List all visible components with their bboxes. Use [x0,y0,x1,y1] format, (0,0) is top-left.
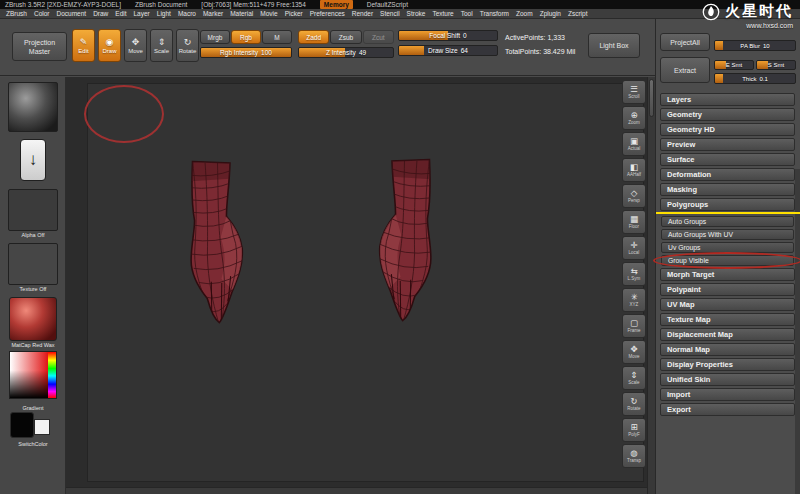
light-box-button[interactable]: Light Box [588,33,640,58]
stroke-thumbnail[interactable]: ↓ [20,139,46,181]
tool-section-button[interactable]: Export [660,403,795,416]
shelf-icon-button[interactable]: ◍ Transp [622,444,646,468]
menu-item[interactable]: Stroke [407,10,426,17]
tool-section-button[interactable]: Surface [660,153,795,166]
tool-section-button[interactable]: Auto Groups With UV [661,229,794,240]
menu-item[interactable]: Zscript [568,10,588,17]
menu-item[interactable]: Marker [203,10,223,17]
extract-button[interactable]: Extract [660,57,710,83]
sculpt-mode-button[interactable]: Zsub [330,30,361,44]
tool-section-button[interactable]: Group Visible [661,255,794,266]
menu-item[interactable]: Zoom [516,10,533,17]
z-intensity-slider[interactable]: Z Intensity 49 [298,47,394,58]
panel-scrollbar[interactable] [795,169,800,494]
menu-item[interactable]: Layer [134,10,150,17]
tool-section-button[interactable]: Auto Groups [661,216,794,227]
s-smt-slider[interactable]: S Smt [756,60,796,70]
tool-section-button[interactable]: Geometry HD [660,123,795,136]
tool-section-button[interactable]: Geometry [660,108,795,121]
tool-section-button[interactable]: Unified Skin [660,373,795,386]
mode-button[interactable]: ⇕ Scale [150,29,173,62]
shelf-icon-button[interactable]: ⊞ PolyF [622,418,646,442]
main-color-swatch[interactable] [10,412,34,438]
tool-section-button[interactable]: Normal Map [660,343,795,356]
saturation-value-square[interactable] [10,352,48,398]
shelf-icon-button[interactable]: ✥ Move [622,340,646,364]
shelf-icon-button[interactable]: ▢ Frame [622,314,646,338]
shelf-icon-button[interactable]: ⊕ Zoom [622,106,646,130]
tool-section-button[interactable]: Preview [660,138,795,151]
alpha-thumbnail[interactable] [8,189,58,231]
sculpt-mode-button[interactable]: Zadd [298,30,329,44]
tool-section-button[interactable]: Morph Target [660,268,795,281]
hue-strip[interactable] [48,352,56,398]
mode-button[interactable]: ✎ Edit [72,29,95,62]
switch-color-label[interactable]: SwitchColor [18,441,47,447]
secondary-color-swatch[interactable] [34,419,50,435]
mode-button[interactable]: ✥ Move [124,29,147,62]
mode-button[interactable]: ◉ Draw [98,29,121,62]
scrollbar-handle[interactable] [649,79,654,117]
menu-item[interactable]: ZBrush [6,10,27,17]
tool-section-button[interactable]: Display Properties [660,358,795,371]
menu-item[interactable]: Document [57,10,87,17]
menu-item[interactable]: Transform [480,10,509,17]
paint-mode-button[interactable]: Mrgb [200,30,230,44]
shelf-icon-button[interactable]: ◇ Persp [622,184,646,208]
tool-section-button[interactable]: Polygroups [660,198,795,211]
rgb-intensity-slider[interactable]: Rgb Intensity 100 [200,47,292,58]
menu-item[interactable]: Edit [115,10,126,17]
e-smt-slider[interactable]: E Smt [714,60,754,70]
color-picker[interactable] [9,351,57,399]
shelf-icon-button[interactable]: ↻ Rotate [622,392,646,416]
menu-item[interactable]: Preferences [310,10,345,17]
sculpt-mode-button[interactable]: Zcut [363,30,394,44]
shelf-icon-button[interactable]: ✛ Local [622,236,646,260]
left-tray: ↓ Alpha Off Texture Off MatCap Red Wax G… [0,77,66,494]
horizontal-scrollbar[interactable] [66,487,648,494]
document-canvas[interactable] [66,77,648,494]
shelf-icon-button[interactable]: ✳ XYZ [622,288,646,312]
paint-mode-button[interactable]: Rgb [231,30,261,44]
menu-item[interactable]: Render [352,10,373,17]
menu-item[interactable]: Picker [285,10,303,17]
tool-section-button[interactable]: Layers [660,93,795,106]
shelf-icon-button[interactable]: ⇕ Scale [622,366,646,390]
menu-item[interactable]: Stencil [380,10,400,17]
tool-section-button[interactable]: Texture Map [660,313,795,326]
shelf-icon-button[interactable]: ▣ Actual [622,132,646,156]
menu-item[interactable]: Draw [93,10,108,17]
menu-item[interactable]: Color [34,10,50,17]
focal-shift-slider[interactable]: Focal Shift 0 [398,30,498,41]
paint-mode-button[interactable]: M [262,30,292,44]
tool-section-button[interactable]: Deformation [660,168,795,181]
current-tool-thumbnail[interactable] [8,82,58,132]
menu-item[interactable]: Texture [432,10,453,17]
texture-thumbnail[interactable] [8,243,58,285]
menu-item[interactable]: Macro [178,10,196,17]
menu-item[interactable]: Movie [260,10,277,17]
menu-item[interactable]: Material [230,10,253,17]
shelf-icon-button[interactable]: ▦ Floor [622,210,646,234]
menu-item[interactable]: Light [157,10,171,17]
memory-badge[interactable]: Memory [320,0,353,9]
menu-item[interactable]: Zplugin [540,10,561,17]
tool-section-button[interactable]: Displacement Map [660,328,795,341]
tool-section-button[interactable]: Uv Groups [661,242,794,253]
material-thumbnail[interactable] [9,297,57,341]
vertical-scrollbar[interactable] [647,77,655,494]
shelf-icon-button[interactable]: ☰ Scroll [622,80,646,104]
tool-section-button[interactable]: UV Map [660,298,795,311]
shelf-icon-button[interactable]: ◧ AAHalf [622,158,646,182]
thick-slider[interactable]: Thick 0.1 [714,73,796,84]
project-all-button[interactable]: ProjectAll [660,33,710,51]
menu-item[interactable]: Tool [461,10,473,17]
tool-section-button[interactable]: Import [660,388,795,401]
tool-section-button[interactable]: Masking [660,183,795,196]
mode-button[interactable]: ↻ Rotate [176,29,199,62]
shelf-icon-button[interactable]: ⇆ L.Sym [622,262,646,286]
projection-master-button[interactable]: Projection Master [12,32,67,61]
pa-blur-slider[interactable]: PA Blur 10 [714,40,796,51]
draw-size-slider[interactable]: Draw Size 64 [398,45,498,56]
tool-section-button[interactable]: Polypaint [660,283,795,296]
